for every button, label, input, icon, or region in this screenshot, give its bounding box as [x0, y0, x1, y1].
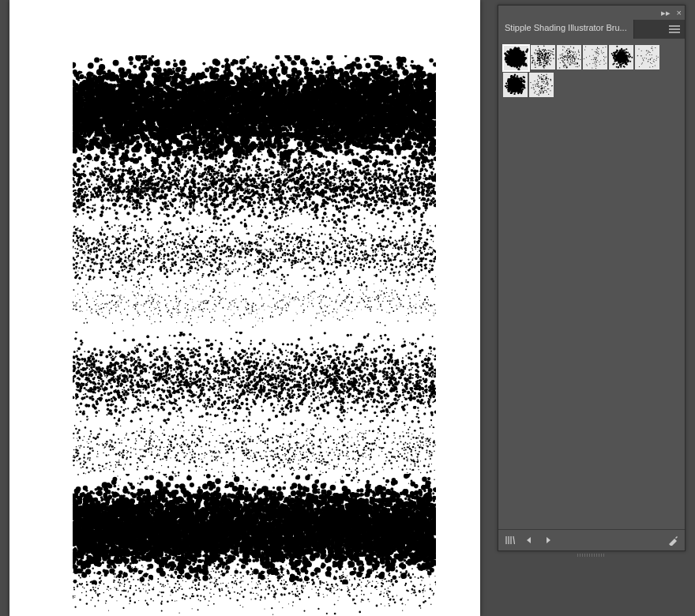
svg-point-22561 [195, 588, 197, 589]
svg-point-13313 [226, 381, 227, 382]
svg-point-15188 [243, 453, 245, 454]
svg-point-19030 [236, 496, 239, 498]
svg-point-2910 [250, 137, 252, 139]
svg-point-9806 [265, 223, 267, 224]
svg-point-10626 [262, 264, 264, 265]
svg-point-14797 [323, 460, 325, 462]
svg-point-14841 [366, 456, 366, 457]
svg-point-14638 [261, 458, 262, 460]
svg-point-13228 [308, 386, 311, 389]
svg-point-14837 [309, 438, 310, 438]
svg-point-11659 [296, 398, 298, 400]
brush-thumb-3[interactable] [557, 45, 581, 69]
svg-point-10421 [258, 250, 261, 252]
svg-point-24304 [577, 64, 577, 65]
svg-point-4030 [75, 127, 79, 131]
svg-point-14689 [106, 430, 108, 432]
svg-point-22905 [241, 591, 242, 592]
svg-point-8936 [368, 178, 371, 182]
svg-point-9616 [83, 264, 85, 266]
svg-point-13620 [246, 380, 248, 381]
svg-point-22276 [103, 516, 107, 520]
svg-point-10516 [75, 265, 77, 268]
svg-point-9968 [340, 243, 342, 245]
panel-menu-icon[interactable] [664, 20, 685, 39]
svg-point-24278 [576, 56, 577, 57]
svg-point-7063 [433, 168, 435, 171]
panel-tab-brushes[interactable]: Stipple Shading Illustrator Bru... [498, 20, 634, 39]
svg-point-13080 [374, 359, 377, 362]
svg-point-10612 [122, 269, 124, 272]
svg-point-10008 [306, 261, 309, 264]
svg-point-13069 [97, 376, 100, 379]
library-icon[interactable] [505, 535, 516, 546]
svg-point-12571 [158, 381, 160, 382]
svg-point-10992 [355, 310, 355, 310]
svg-point-5481 [247, 77, 252, 82]
svg-point-14459 [160, 447, 161, 449]
svg-point-21762 [263, 532, 268, 537]
svg-point-9566 [286, 247, 287, 248]
svg-point-9054 [387, 257, 389, 260]
svg-point-9013 [368, 155, 371, 158]
svg-point-5616 [347, 107, 353, 114]
svg-point-15305 [82, 466, 84, 468]
panel-close-icon[interactable]: × [677, 8, 682, 17]
svg-point-9675 [167, 228, 169, 231]
svg-point-10878 [118, 295, 119, 296]
svg-point-14172 [247, 372, 249, 374]
svg-point-10534 [73, 268, 75, 270]
svg-point-23002 [257, 587, 259, 588]
svg-point-21809 [430, 521, 434, 526]
svg-point-8860 [117, 189, 118, 190]
svg-point-14164 [209, 377, 212, 380]
svg-point-14923 [363, 463, 364, 464]
svg-point-8616 [298, 165, 299, 167]
svg-point-23304 [399, 577, 400, 578]
svg-point-5237 [334, 125, 337, 128]
svg-point-11046 [185, 307, 186, 309]
artboard[interactable] [9, 0, 480, 616]
brush-options-icon[interactable] [667, 535, 678, 546]
svg-point-14952 [278, 462, 280, 464]
svg-point-8770 [416, 163, 420, 167]
svg-point-6070 [354, 91, 358, 95]
svg-point-13939 [287, 382, 288, 384]
brush-thumb-8[interactable] [529, 73, 554, 97]
svg-point-14633 [96, 415, 97, 417]
svg-point-12862 [175, 347, 177, 348]
next-icon[interactable] [543, 535, 554, 546]
svg-point-7753 [336, 178, 338, 179]
svg-point-8204 [396, 170, 398, 171]
brush-thumb-6[interactable] [635, 45, 659, 69]
panel-collapse-icon[interactable]: ▸▸ [661, 8, 671, 18]
svg-point-23325 [127, 579, 128, 580]
svg-point-15191 [269, 466, 270, 468]
svg-point-8999 [342, 175, 344, 177]
brush-thumb-2[interactable] [531, 45, 555, 69]
svg-point-5396 [279, 111, 283, 115]
svg-point-9232 [374, 248, 377, 250]
svg-point-6430 [148, 103, 152, 107]
brush-thumb-1[interactable] [503, 45, 529, 71]
panel-resize-grip[interactable] [505, 553, 676, 558]
svg-point-13793 [352, 400, 355, 404]
svg-point-10278 [110, 261, 112, 264]
svg-point-10212 [366, 262, 367, 264]
svg-point-9539 [81, 236, 83, 239]
svg-point-12958 [81, 363, 83, 365]
svg-point-10148 [198, 265, 200, 266]
svg-point-8960 [391, 193, 393, 195]
svg-point-22955 [198, 588, 200, 590]
brush-thumb-5[interactable] [609, 45, 633, 69]
svg-point-22572 [372, 569, 374, 572]
prev-icon[interactable] [524, 535, 535, 546]
svg-point-10685 [106, 254, 107, 255]
svg-point-11263 [411, 311, 413, 313]
svg-point-14480 [92, 468, 94, 470]
svg-point-19857 [290, 486, 294, 490]
svg-point-24339 [566, 57, 567, 58]
brush-thumb-7[interactable] [503, 73, 528, 97]
svg-point-12281 [385, 374, 389, 377]
brush-thumb-4[interactable] [583, 45, 607, 69]
